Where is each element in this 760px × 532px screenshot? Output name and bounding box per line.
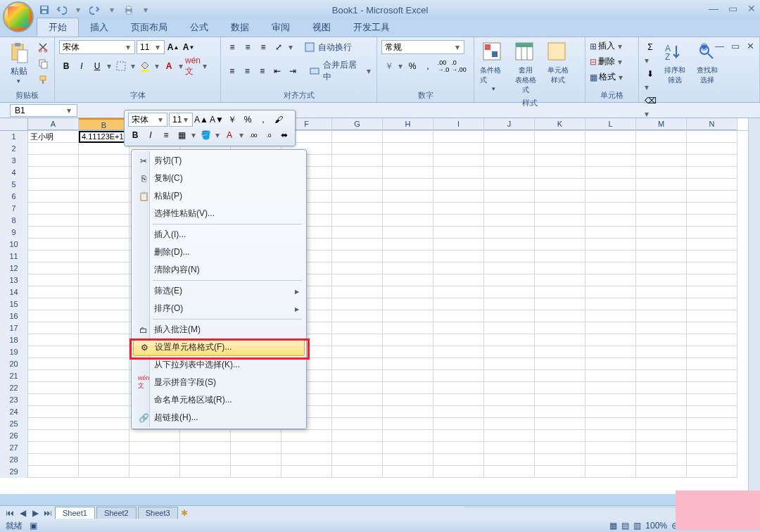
mini-percent-icon[interactable]: % [241, 113, 255, 127]
cell[interactable] [433, 310, 484, 322]
cell[interactable] [433, 251, 484, 262]
cell[interactable] [585, 131, 636, 143]
cell[interactable] [383, 155, 433, 167]
cell[interactable] [535, 406, 585, 418]
cell[interactable] [383, 406, 433, 418]
cell[interactable] [484, 203, 535, 215]
cell[interactable] [585, 286, 636, 298]
row-header[interactable]: 27 [0, 442, 28, 454]
cell[interactable] [636, 191, 687, 203]
cell[interactable] [79, 251, 129, 262]
cell[interactable] [585, 394, 636, 406]
cell[interactable] [585, 251, 636, 262]
row-header[interactable]: 24 [0, 406, 28, 418]
ctx-paste[interactable]: 📋粘贴(P) [133, 187, 305, 205]
cell[interactable] [687, 418, 737, 430]
cell[interactable] [433, 262, 484, 274]
cell[interactable] [79, 167, 129, 179]
cell[interactable] [332, 191, 383, 203]
cell[interactable] [585, 358, 636, 370]
qat-more-icon[interactable]: ▾ [139, 4, 152, 16]
cell[interactable] [79, 239, 129, 251]
cell[interactable] [636, 251, 687, 262]
cell[interactable] [636, 334, 687, 346]
cell[interactable] [484, 310, 535, 322]
cell[interactable] [687, 442, 737, 454]
conditional-format-button[interactable]: 条件格式▾ [479, 40, 508, 94]
ctx-delete[interactable]: 删除(D)... [133, 243, 305, 261]
ctx-filter[interactable]: 筛选(E)▸ [133, 282, 305, 300]
cell[interactable] [79, 334, 129, 346]
cell[interactable] [28, 167, 79, 179]
cell[interactable] [433, 454, 484, 466]
cell[interactable] [535, 131, 585, 143]
cell[interactable] [383, 239, 433, 251]
ctx-copy[interactable]: ⎘复制(C) [133, 170, 305, 187]
cell[interactable] [687, 382, 737, 394]
cell[interactable] [636, 239, 687, 251]
cell[interactable] [79, 370, 129, 382]
row-header[interactable]: 7 [0, 203, 28, 215]
cell[interactable] [129, 454, 180, 466]
view-normal-icon[interactable]: ▦ [609, 521, 617, 531]
cell[interactable] [535, 430, 585, 442]
cell[interactable] [281, 454, 332, 466]
mini-format-painter-icon[interactable]: 🖌 [272, 113, 286, 127]
minimize-button[interactable]: — [709, 3, 718, 14]
cell[interactable] [79, 191, 129, 203]
cell[interactable] [535, 286, 585, 298]
sheet-nav-first-icon[interactable]: ⏮ [4, 508, 15, 518]
decrease-decimal-icon[interactable]: .0→.00 [452, 59, 466, 73]
cell[interactable] [28, 286, 79, 298]
cell[interactable] [636, 454, 687, 466]
col-header[interactable]: G [332, 118, 383, 130]
cell[interactable] [636, 298, 687, 310]
cell[interactable] [79, 143, 129, 155]
cell[interactable] [636, 406, 687, 418]
cell[interactable] [636, 286, 687, 298]
mini-inc-decimal-icon[interactable]: .00 [246, 128, 260, 142]
phonetic-icon[interactable]: wén文 [186, 59, 200, 73]
cell[interactable] [433, 155, 484, 167]
autosum-icon[interactable]: Σ [643, 40, 657, 54]
cell[interactable] [585, 430, 636, 442]
cell[interactable] [79, 466, 129, 478]
cell[interactable] [636, 227, 687, 239]
cell[interactable] [79, 179, 129, 191]
cell[interactable] [687, 131, 737, 143]
ctx-comment[interactable]: 🗀插入批注(M) [133, 321, 305, 338]
cell[interactable] [79, 262, 129, 274]
cell[interactable] [28, 430, 79, 442]
cell[interactable] [535, 310, 585, 322]
cell[interactable] [585, 143, 636, 155]
cell[interactable] [585, 442, 636, 454]
cell[interactable] [535, 203, 585, 215]
cell[interactable] [484, 191, 535, 203]
cell[interactable] [383, 131, 433, 143]
vertical-scrollbar[interactable] [748, 118, 760, 494]
help-icon[interactable]: ◉ [700, 41, 708, 51]
cell[interactable] [535, 179, 585, 191]
row-header[interactable]: 12 [0, 262, 28, 274]
cell[interactable] [332, 251, 383, 262]
cell[interactable] [433, 358, 484, 370]
wrap-text-label[interactable]: 自动换行 [318, 42, 352, 53]
cell[interactable] [636, 215, 687, 227]
cell[interactable] [484, 334, 535, 346]
col-header[interactable]: I [433, 118, 484, 130]
cell[interactable] [585, 334, 636, 346]
mini-bold-button[interactable]: B [128, 128, 142, 142]
row-header[interactable]: 14 [0, 286, 28, 298]
cell[interactable] [28, 310, 79, 322]
cell[interactable] [79, 418, 129, 430]
cell[interactable] [484, 251, 535, 262]
cell[interactable] [332, 286, 383, 298]
mini-font-size[interactable]: 11▾ [169, 113, 193, 127]
ctx-cut[interactable]: ✂剪切(T) [133, 152, 305, 170]
cell[interactable] [231, 442, 281, 454]
cell[interactable] [332, 454, 383, 466]
cell[interactable] [535, 298, 585, 310]
cell[interactable] [433, 203, 484, 215]
bold-button[interactable]: B [59, 59, 73, 73]
cell[interactable] [484, 382, 535, 394]
